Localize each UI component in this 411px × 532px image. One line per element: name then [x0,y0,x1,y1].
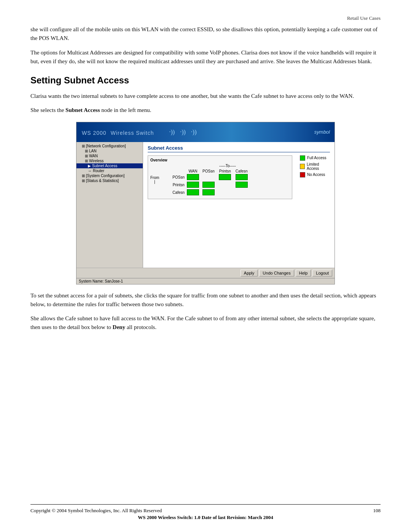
col-wan: WAN [186,169,200,174]
paragraph-5: To set the subnet access for a pair of s… [30,291,381,309]
col-cafesn: Cafesn [233,169,250,174]
cell-possn-printsn[interactable] [217,174,233,181]
nav-label-router: Router [93,169,104,173]
table-row: Printsn [171,181,250,189]
cell-possn-possn[interactable] [200,174,217,181]
cell-printsn-possn[interactable] [200,181,217,189]
table-area: From | WAN POSsn Prin [150,169,290,197]
nav-item-status[interactable]: ⊞ [Status & Statistics] [76,178,143,183]
table-row: POSsn [171,174,250,181]
legend-yellow-box [300,164,305,169]
ws-nav-panel: ⊞ [Network Configuration] ⊞ LAN ⊞ WAN ⊞ … [76,142,143,268]
nav-item-wireless[interactable]: ⊞ Wireless [76,158,143,163]
ws-content-panel: Subnet Access Overview -----To----- From [143,142,335,268]
cell-cafesn-cafesn[interactable] [233,189,250,197]
footer-version: : 1.0 Date of last Revision: March 2004 [191,514,273,520]
cell-possn-wan[interactable] [186,174,200,181]
cell-cafesn-printsn[interactable] [217,189,233,197]
ws-body: ⊞ [Network Configuration] ⊞ LAN ⊞ WAN ⊞ … [76,142,335,268]
ws2000-screenshot: WS 2000 Wireless Switch ·)) ·)) ·)) symb… [76,122,335,284]
status-icon: ⊞ [82,179,85,183]
to-label: -----To----- [166,164,290,168]
logout-button[interactable]: Logout [312,270,332,276]
nav-item-lan[interactable]: ⊞ LAN [76,149,143,153]
legend-full-access: Full Access [300,155,330,161]
nav-label-network: [Network Configuration] [86,144,126,148]
nav-label-sysconfig: [System Configuration] [86,174,124,178]
paragraph-2: The options for Multicast Addresses are … [30,48,381,66]
cell-possn-cafesn[interactable] [233,174,250,181]
nav-label-status: [Status & Statistics] [86,179,119,183]
legend-limited-label: Limited Access [307,162,330,171]
ws-subtitle: Wireless Switch [111,130,154,136]
signal-icons-group: ·)) ·)) ·)) [169,129,197,136]
ws-buttons-bar: Apply Undo Changes Help Logout [76,268,335,278]
nav-item-wan[interactable]: ⊞ WAN [76,153,143,158]
legend-no-label: No Access [307,173,325,177]
overview-content: Overview -----To----- From | [148,155,330,199]
paragraph-6: She allows the Cafe subnet to have full … [30,314,381,332]
apply-button[interactable]: Apply [241,270,258,276]
subnet-overview-box: Overview -----To----- From | [148,155,292,199]
col-possn: POSsn [200,169,217,174]
lan-icon: ⊞ [85,149,88,153]
col-printsn: Printsn [217,169,233,174]
page-container: Retail Use Cases she will configure all … [0,0,411,532]
cell-printsn-printsn[interactable] [217,181,233,189]
footer-copyright: Copyright © 2004 Symbol Technologies, In… [30,508,162,514]
system-name-status: System Name: SanJose-1 [79,279,123,283]
footer-line-1: Copyright © 2004 Symbol Technologies, In… [30,508,381,514]
ws-statusbar: System Name: SanJose-1 [76,278,335,284]
signal-icon-3: ·)) [191,129,197,136]
page-footer: Copyright © 2004 Symbol Technologies, In… [30,504,381,521]
table-header-row: WAN POSsn Printsn Cafesn [171,169,250,174]
legend-green-box [300,155,305,161]
nav-label-subnet: Subnet Access [92,164,117,168]
from-label: From | [150,176,159,184]
nav-label-wireless: Wireless [89,159,104,163]
nav-item-network-config[interactable]: ⊞ [Network Configuration] [76,144,143,149]
help-button[interactable]: Help [296,270,311,276]
nav-item-system-config[interactable]: ⊞ [System Configuration] [76,173,143,178]
signal-icon-2: ·)) [180,129,186,136]
nav-expand-icon: ⊞ [82,144,85,148]
nav-item-router[interactable]: ↔ Router [76,168,143,173]
header-section: Retail Use Cases [30,15,381,21]
ws-brand-logo: symbol [314,129,330,135]
table-row: Cafesn [171,189,250,197]
cell-printsn-cafesn[interactable] [233,181,250,189]
subnet-access-table: WAN POSsn Printsn Cafesn POSs [171,169,250,197]
undo-button[interactable]: Undo Changes [259,270,294,276]
router-icon: ↔ [88,169,92,173]
ws-titlebar: WS 2000 Wireless Switch ·)) ·)) ·)) symb… [76,122,335,142]
paragraph-1: she will configure all of the mobile uni… [30,25,381,43]
col-empty [171,169,186,174]
sysconfig-icon: ⊞ [82,174,85,178]
footer-line-2: WS 2000 Wireless Switch: 1.0 Date of las… [30,514,381,521]
overview-label: Overview [150,158,290,162]
legend-area: Full Access Limited Access No Access [300,155,330,179]
legend-full-label: Full Access [307,156,327,160]
subnet-icon: ▶ [88,164,91,168]
footer-page-number: 108 [373,508,381,514]
nav-item-subnet-access[interactable]: ▶ Subnet Access [76,163,143,168]
paragraph-4: She selects the Subnet Access node in th… [30,106,381,115]
row-label-cafesn: Cafesn [171,189,186,197]
cell-cafesn-wan[interactable] [186,189,200,197]
content-title: Subnet Access [148,145,330,152]
row-label-printsn: Printsn [171,181,186,189]
section-heading: Setting Subnet Access [30,75,381,86]
cell-cafesn-possn[interactable] [200,189,217,197]
legend-no-access: No Access [300,172,330,177]
cell-printsn-wan[interactable] [186,181,200,189]
wireless-icon: ⊞ [85,159,88,163]
footer-bold: WS 2000 Wireless Switch [138,514,191,520]
nav-label-lan: LAN [89,149,96,153]
ws-logo: WS 2000 Wireless Switch [80,127,154,137]
legend-red-box [300,172,305,177]
paragraph-3: Clarisa wants the two internal subnets t… [30,92,381,101]
header-text: Retail Use Cases [347,15,381,21]
wan-icon: ⊞ [85,154,88,158]
signal-icon-1: ·)) [169,129,175,136]
nav-label-wan: WAN [89,154,98,158]
